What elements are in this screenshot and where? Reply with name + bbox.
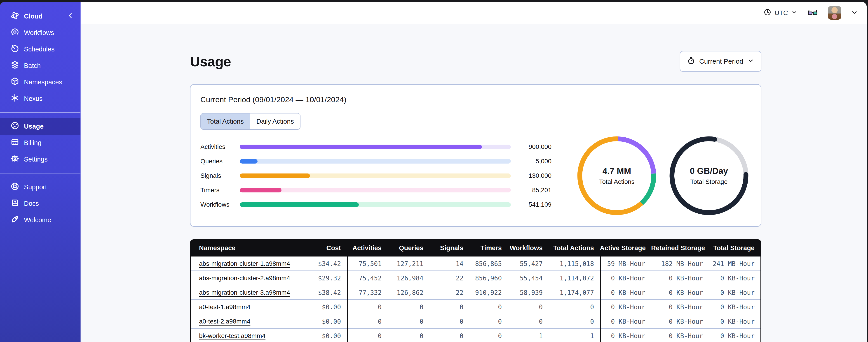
current-period-card: Current Period (09/01/2024 — 10/01/2024)… <box>190 84 762 227</box>
table-row: a0-test-2.a98mm4$0.000000000 KB-Hour0 KB… <box>191 314 761 329</box>
sidebar-item-batch[interactable]: Batch <box>0 58 81 74</box>
table-cell: 55,454 <box>508 275 549 282</box>
sidebar-item-label: Settings <box>24 156 48 163</box>
bar-label: Workflows <box>200 201 240 208</box>
table-cell: 910,922 <box>469 289 508 297</box>
rocket-icon <box>10 215 20 226</box>
table-header-cell: Queries <box>388 244 429 252</box>
bar-value: 5,000 <box>511 158 552 165</box>
namespace-link[interactable]: abs-migration-cluster-3.a98mm4 <box>199 289 290 296</box>
bar-track <box>240 159 511 164</box>
sidebar-item-label: Welcome <box>24 216 51 224</box>
table-cell: 0 KB-Hour <box>651 303 709 311</box>
chevron-down-icon <box>747 57 754 66</box>
table-cell: $34.42 <box>297 260 347 268</box>
sidebar-brand-cloud[interactable]: Cloud <box>0 8 81 25</box>
donut-charts: 4.7 MM Total Actions 0 GB/Day Total Stor… <box>575 134 751 218</box>
total-actions-value: 4.7 MM <box>602 166 631 176</box>
user-avatar[interactable] <box>828 6 841 20</box>
sidebar-item-support[interactable]: Support <box>0 179 81 195</box>
sidebar-item-billing[interactable]: Billing <box>0 135 81 151</box>
table-cell: 0 KB-Hour <box>709 318 761 325</box>
table-cell: 75,501 <box>347 256 388 271</box>
usage-table-body: abs-migration-cluster-1.a98mm4$34.4275,5… <box>190 256 762 342</box>
sidebar-item-namespaces[interactable]: Namespaces <box>0 74 81 91</box>
bar-label: Activities <box>200 143 240 150</box>
table-cell: 0 KB-Hour <box>600 300 651 314</box>
sidebar-item-workflows[interactable]: Workflows <box>0 25 81 41</box>
tab-total-actions[interactable]: Total Actions <box>201 113 250 129</box>
bar-fill <box>240 159 257 164</box>
sidebar-collapse-icon[interactable] <box>67 12 74 21</box>
tab-daily-actions[interactable]: Daily Actions <box>250 113 300 129</box>
actions-tab-group: Total Actions Daily Actions <box>200 113 301 130</box>
timezone-selector[interactable]: UTC <box>764 8 798 18</box>
bar-fill <box>240 188 281 193</box>
bar-value: 900,000 <box>511 143 552 150</box>
table-cell: 0 <box>347 314 388 329</box>
bar-track <box>240 173 511 178</box>
table-cell: 0 <box>388 303 429 311</box>
table-cell: 0 <box>347 329 388 342</box>
bar-track <box>240 145 511 149</box>
table-cell: 0 KB-Hour <box>709 303 761 311</box>
namespace-link[interactable]: abs-migration-cluster-2.a98mm4 <box>199 275 290 281</box>
table-cell: 0 <box>508 318 549 325</box>
schedules-icon <box>10 44 20 55</box>
table-header-cell: Cost <box>297 244 347 252</box>
table-cell: 127,211 <box>388 260 429 268</box>
table-cell: 0 <box>549 318 600 325</box>
bar-row: Workflows541,109 <box>200 197 552 212</box>
table-header-cell: Retained Storage <box>651 244 709 252</box>
sidebar-item-settings[interactable]: Settings <box>0 151 81 168</box>
sidebar-item-docs[interactable]: Docs <box>0 195 81 212</box>
sidebar-divider <box>0 173 81 173</box>
table-header-cell: Workflows <box>508 244 549 252</box>
namespace-cell: bk-worker-test.a98mm4 <box>191 332 297 340</box>
page-title: Usage <box>190 54 231 69</box>
table-cell: $29.32 <box>297 275 347 282</box>
total-storage-label: Total Storage <box>690 178 728 185</box>
table-cell: 856,865 <box>469 260 508 268</box>
namespace-link[interactable]: a0-test-1.a98mm4 <box>199 303 250 310</box>
account-menu-chevron[interactable] <box>851 9 858 17</box>
bar-row: Timers85,201 <box>200 183 552 197</box>
total-storage-value: 0 GB/Day <box>690 166 728 176</box>
namespace-link[interactable]: bk-worker-test.a98mm4 <box>199 332 266 339</box>
bar-fill <box>240 173 310 178</box>
total-actions-donut: 4.7 MM Total Actions <box>575 134 659 218</box>
table-cell: 856,960 <box>469 275 508 282</box>
table-row: abs-migration-cluster-2.a98mm4$29.3275,4… <box>191 271 761 285</box>
table-cell: 59 MB-Hour <box>600 256 651 271</box>
namespace-cell: abs-migration-cluster-3.a98mm4 <box>191 289 297 296</box>
credit-card-icon <box>10 138 20 148</box>
sidebar: Cloud Workflows Schedules <box>0 2 81 342</box>
namespace-link[interactable]: abs-migration-cluster-1.a98mm4 <box>199 260 290 267</box>
total-actions-label: Total Actions <box>599 178 634 185</box>
sidebar-item-nexus[interactable]: Nexus <box>0 91 81 107</box>
table-cell: 0 <box>549 303 600 311</box>
main-area: UTC <box>81 2 867 342</box>
bar-fill <box>240 202 359 207</box>
card-title: Current Period (09/01/2024 — 10/01/2024) <box>200 95 751 104</box>
sidebar-item-label: Schedules <box>24 45 55 53</box>
period-selector-button[interactable]: Current Period <box>680 51 762 72</box>
table-cell: 1 <box>549 332 600 340</box>
table-header-cell: Activities <box>347 244 388 252</box>
chevron-down-icon <box>851 9 858 17</box>
sidebar-item-schedules[interactable]: Schedules <box>0 41 81 58</box>
table-cell: $38.42 <box>297 289 347 297</box>
namespace-link[interactable]: a0-test-2.a98mm4 <box>199 318 250 325</box>
feedback-glasses-button[interactable] <box>807 8 818 18</box>
sidebar-item-usage[interactable]: Usage <box>0 118 81 135</box>
sidebar-item-label: Billing <box>24 139 41 147</box>
bar-fill <box>240 145 482 149</box>
bar-label: Timers <box>200 186 240 194</box>
sidebar-item-welcome[interactable]: Welcome <box>0 212 81 228</box>
table-cell: 0 KB-Hour <box>651 332 709 340</box>
table-cell: 0 KB-Hour <box>651 289 709 297</box>
gauge-icon <box>10 121 20 132</box>
table-cell: 0 KB-Hour <box>651 275 709 282</box>
workflows-icon <box>10 28 20 38</box>
sidebar-item-label: Batch <box>24 62 41 69</box>
